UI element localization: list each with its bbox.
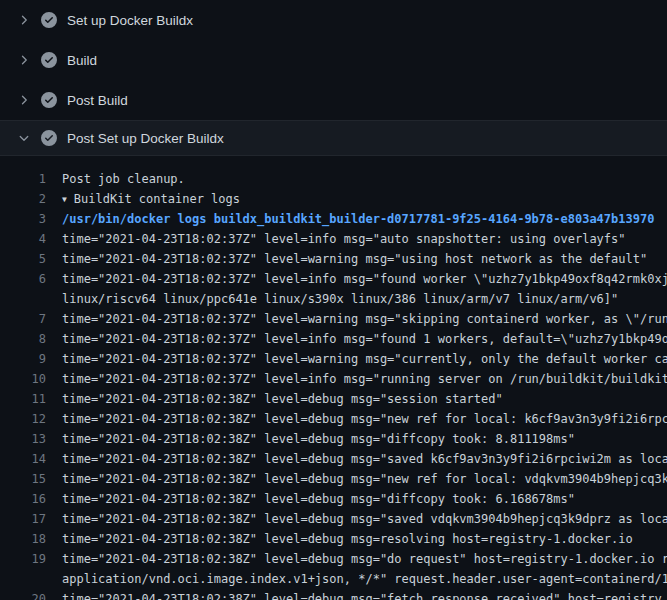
line-number[interactable]: 19: [0, 549, 46, 569]
log-text: time="2021-04-23T18:02:37Z" level=warnin…: [46, 309, 667, 329]
step-header[interactable]: Post Set up Docker Buildx: [0, 120, 667, 156]
log-line: linux/riscv64 linux/ppc641e linux/s390x …: [0, 289, 667, 309]
line-number[interactable]: 1: [0, 169, 46, 189]
log-line: 7time="2021-04-23T18:02:37Z" level=warni…: [0, 309, 667, 329]
log-line: 6time="2021-04-23T18:02:37Z" level=info …: [0, 269, 667, 289]
line-number[interactable]: 17: [0, 509, 46, 529]
check-circle-icon: [41, 52, 57, 68]
log-line: 3/usr/bin/docker logs buildx_buildkit_bu…: [0, 209, 667, 229]
log-line: application/vnd.oci.image.index.v1+json,…: [0, 569, 667, 589]
chevron-right-icon: [16, 12, 32, 28]
log-line: 17time="2021-04-23T18:02:38Z" level=debu…: [0, 509, 667, 529]
line-number[interactable]: 12: [0, 409, 46, 429]
line-number[interactable]: 7: [0, 309, 46, 329]
line-number[interactable]: 11: [0, 389, 46, 409]
chevron-right-icon: [16, 52, 32, 68]
triangle-down-icon: ▼: [62, 190, 67, 209]
log-text: linux/riscv64 linux/ppc641e linux/s390x …: [46, 289, 618, 309]
log-line: 5time="2021-04-23T18:02:37Z" level=warni…: [0, 249, 667, 269]
command-text: /usr/bin/docker logs buildx_buildkit_bui…: [46, 209, 654, 229]
check-circle-icon: [41, 92, 57, 108]
line-number[interactable]: 10: [0, 369, 46, 389]
log-line: 16time="2021-04-23T18:02:38Z" level=debu…: [0, 489, 667, 509]
line-number[interactable]: 8: [0, 329, 46, 349]
line-number[interactable]: 14: [0, 449, 46, 469]
log-line: 10time="2021-04-23T18:02:37Z" level=info…: [0, 369, 667, 389]
log-text: time="2021-04-23T18:02:38Z" level=debug …: [46, 469, 667, 489]
line-number[interactable]: 18: [0, 529, 46, 549]
line-number[interactable]: 6: [0, 269, 46, 289]
line-number[interactable]: 5: [0, 249, 46, 269]
step-header[interactable]: Set up Docker Buildx: [0, 0, 667, 40]
log-text: time="2021-04-23T18:02:37Z" level=warnin…: [46, 249, 647, 269]
log-text: time="2021-04-23T18:02:37Z" level=info m…: [46, 229, 626, 249]
log-line: 9time="2021-04-23T18:02:37Z" level=warni…: [0, 349, 667, 369]
line-number[interactable]: 4: [0, 229, 46, 249]
log-text: time="2021-04-23T18:02:38Z" level=debug …: [46, 409, 667, 429]
log-text: time="2021-04-23T18:02:38Z" level=debug …: [46, 509, 667, 529]
log-text: time="2021-04-23T18:02:38Z" level=debug …: [46, 489, 575, 509]
log-line: 2▼BuildKit container logs: [0, 189, 667, 209]
check-circle-icon: [41, 12, 57, 28]
log-line: 1Post job cleanup.: [0, 169, 667, 189]
chevron-right-icon: [16, 92, 32, 108]
line-number[interactable]: 16: [0, 489, 46, 509]
line-number[interactable]: 9: [0, 349, 46, 369]
log-line: 15time="2021-04-23T18:02:38Z" level=debu…: [0, 469, 667, 489]
log-text: time="2021-04-23T18:02:38Z" level=debug …: [46, 449, 667, 469]
log-line: 19time="2021-04-23T18:02:38Z" level=debu…: [0, 549, 667, 569]
step-header[interactable]: Post Build: [0, 80, 667, 120]
log-text: time="2021-04-23T18:02:38Z" level=debug …: [46, 529, 633, 549]
log-text: Post job cleanup.: [46, 169, 185, 189]
step-label: Post Set up Docker Buildx: [67, 131, 224, 146]
log-text: time="2021-04-23T18:02:37Z" level=info m…: [46, 369, 667, 389]
line-number[interactable]: 20: [0, 589, 46, 600]
log-lines: 1Post job cleanup.2▼BuildKit container l…: [0, 156, 667, 600]
step-label: Build: [67, 53, 97, 68]
check-circle-icon: [41, 130, 57, 146]
log-text: time="2021-04-23T18:02:37Z" level=warnin…: [46, 349, 667, 369]
log-text: time="2021-04-23T18:02:38Z" level=debug …: [46, 429, 575, 449]
step-label: Post Build: [67, 93, 128, 108]
step-label: Set up Docker Buildx: [67, 13, 193, 28]
line-number: [0, 289, 46, 309]
steps-list: Set up Docker BuildxBuildPost BuildPost …: [0, 0, 667, 156]
log-line: 12time="2021-04-23T18:02:38Z" level=debu…: [0, 409, 667, 429]
line-number[interactable]: 15: [0, 469, 46, 489]
log-text: time="2021-04-23T18:02:38Z" level=debug …: [46, 589, 662, 600]
log-text: time="2021-04-23T18:02:37Z" level=info m…: [46, 329, 667, 349]
log-group-label[interactable]: ▼BuildKit container logs: [46, 189, 240, 209]
line-number[interactable]: 13: [0, 429, 46, 449]
log-text: time="2021-04-23T18:02:37Z" level=info m…: [46, 269, 667, 289]
log-line: 4time="2021-04-23T18:02:37Z" level=info …: [0, 229, 667, 249]
log-line: 11time="2021-04-23T18:02:38Z" level=debu…: [0, 389, 667, 409]
group-label-text: BuildKit container logs: [74, 192, 240, 206]
log-text: application/vnd.oci.image.index.v1+json,…: [46, 569, 667, 589]
log-text: time="2021-04-23T18:02:38Z" level=debug …: [46, 389, 503, 409]
log-line: 14time="2021-04-23T18:02:38Z" level=debu…: [0, 449, 667, 469]
actions-log-viewer: Set up Docker BuildxBuildPost BuildPost …: [0, 0, 667, 600]
log-line: 18time="2021-04-23T18:02:38Z" level=debu…: [0, 529, 667, 549]
log-text: time="2021-04-23T18:02:38Z" level=debug …: [46, 549, 667, 569]
line-number[interactable]: 2: [0, 189, 46, 209]
line-number[interactable]: 3: [0, 209, 46, 229]
log-line: 13time="2021-04-23T18:02:38Z" level=debu…: [0, 429, 667, 449]
chevron-down-icon: [16, 130, 32, 146]
log-line: 20time="2021-04-23T18:02:38Z" level=debu…: [0, 589, 667, 600]
line-number: [0, 569, 46, 589]
step-header[interactable]: Build: [0, 40, 667, 80]
log-line: 8time="2021-04-23T18:02:37Z" level=info …: [0, 329, 667, 349]
